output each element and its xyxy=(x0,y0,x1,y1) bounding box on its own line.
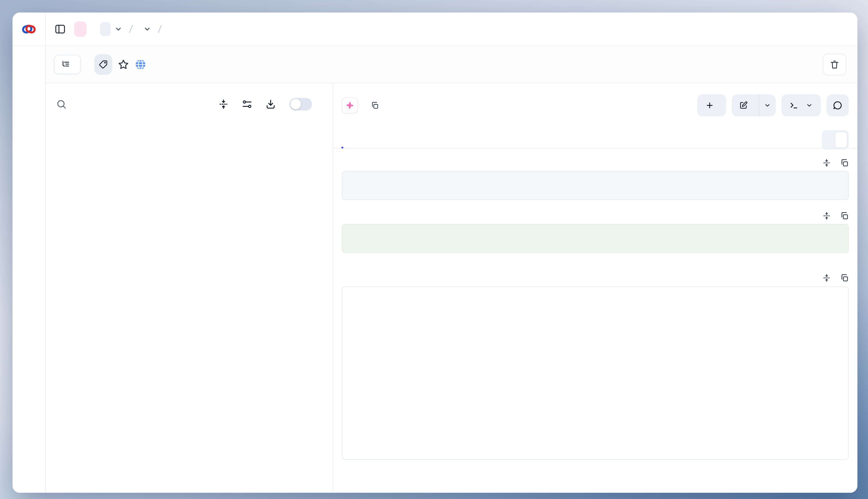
span-tree xyxy=(46,129,333,493)
bookmark-star-icon[interactable] xyxy=(118,59,129,70)
environment-badge xyxy=(74,21,87,37)
observation-detail-panel xyxy=(333,83,857,493)
search-icon xyxy=(56,99,66,109)
collapse-all-icon[interactable] xyxy=(218,99,229,109)
top-bar: / / xyxy=(46,13,857,46)
output-value[interactable] xyxy=(342,224,849,253)
list-tree-icon xyxy=(61,60,70,69)
app-window: / / xyxy=(13,13,857,493)
output-section-header xyxy=(342,211,849,220)
observation-header xyxy=(342,94,849,117)
copy-icon xyxy=(371,101,379,109)
copy-icon[interactable] xyxy=(840,211,849,220)
detail-tabs xyxy=(333,130,857,148)
annotate-button[interactable] xyxy=(732,94,759,117)
copy-icon[interactable] xyxy=(840,273,849,282)
comment-bubble-icon xyxy=(833,100,843,110)
collapse-section-icon[interactable] xyxy=(822,211,831,220)
org-chevron-down-icon[interactable] xyxy=(114,25,122,33)
copy-icon[interactable] xyxy=(840,159,849,167)
trash-icon xyxy=(830,59,840,70)
litellm-sparkle-icon xyxy=(345,101,354,110)
icon-rail xyxy=(13,46,46,493)
breadcrumb-separator: / xyxy=(129,23,133,35)
comments-button[interactable] xyxy=(827,94,849,117)
tag-icon xyxy=(98,60,108,69)
chevron-down-icon xyxy=(764,102,771,109)
playground-button[interactable] xyxy=(781,94,821,117)
plus-icon xyxy=(705,101,714,110)
copy-id-button[interactable] xyxy=(371,101,381,109)
tags-button[interactable] xyxy=(94,54,112,75)
logo-cell xyxy=(13,13,46,46)
metadata-section-header xyxy=(342,273,849,282)
annotate-dropdown-button[interactable] xyxy=(759,94,775,117)
format-json-option[interactable] xyxy=(835,132,847,148)
collapse-section-icon[interactable] xyxy=(822,273,831,282)
chevron-down-icon xyxy=(806,102,813,109)
tree-toolbar xyxy=(56,96,317,113)
public-globe-icon[interactable] xyxy=(135,59,146,70)
sidebar-toggle-icon[interactable] xyxy=(54,23,66,35)
annotate-pencil-icon xyxy=(739,101,748,110)
input-value[interactable] xyxy=(342,171,849,200)
download-icon[interactable] xyxy=(265,99,276,109)
input-section-header xyxy=(342,159,849,167)
add-to-datasets-button[interactable] xyxy=(697,94,726,117)
trace-header-row xyxy=(46,46,857,83)
project-chevron-down-icon[interactable] xyxy=(143,25,151,33)
format-segmented-control xyxy=(822,130,849,149)
observation-actions xyxy=(697,94,849,117)
delete-trace-button[interactable] xyxy=(823,54,846,75)
langfuse-logo-icon[interactable] xyxy=(21,21,37,37)
view-settings-icon[interactable] xyxy=(242,99,252,109)
annotate-button-group xyxy=(732,94,775,117)
generation-type-icon xyxy=(342,97,358,113)
trace-tree-panel xyxy=(46,83,333,493)
org-role-badge xyxy=(100,22,111,36)
metadata-json-viewer[interactable] xyxy=(342,287,849,460)
trace-type-badge xyxy=(54,55,81,74)
breadcrumb-separator: / xyxy=(158,23,162,35)
collapse-section-icon[interactable] xyxy=(822,159,831,167)
terminal-icon xyxy=(790,101,798,110)
timeline-toggle[interactable] xyxy=(290,98,312,110)
